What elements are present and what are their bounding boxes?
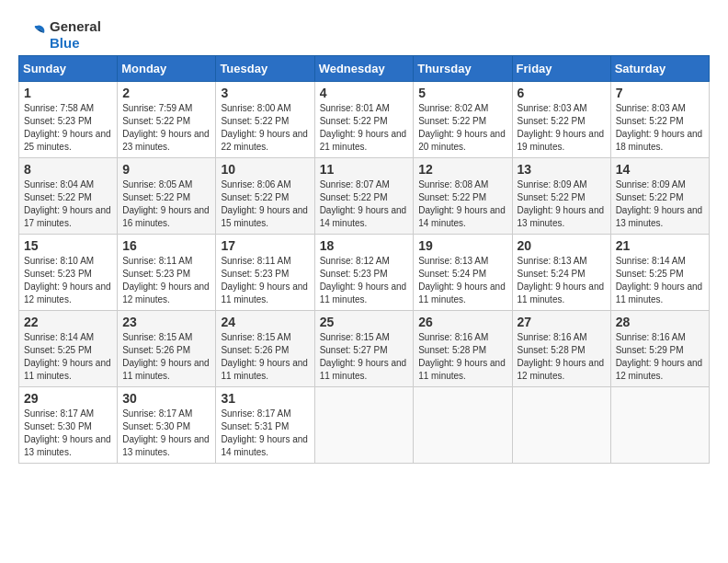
header: General Blue [18, 18, 710, 52]
calendar-cell: 17Sunrise: 8:11 AMSunset: 5:23 PMDayligh… [216, 235, 314, 311]
calendar-cell: 3Sunrise: 8:00 AMSunset: 5:22 PMDaylight… [216, 82, 314, 158]
day-number: 17 [221, 238, 309, 253]
calendar-cell: 12Sunrise: 8:08 AMSunset: 5:22 PMDayligh… [414, 158, 512, 235]
day-info: Sunrise: 8:11 AMSunset: 5:23 PMDaylight:… [122, 255, 210, 306]
day-number: 8 [24, 162, 112, 177]
day-info: Sunrise: 8:04 AMSunset: 5:22 PMDaylight:… [24, 178, 112, 230]
day-info: Sunrise: 8:17 AMSunset: 5:31 PMDaylight:… [221, 408, 309, 459]
header-sunday: Sunday [19, 56, 118, 82]
day-number: 6 [518, 86, 606, 100]
day-info: Sunrise: 8:12 AMSunset: 5:23 PMDaylight:… [320, 255, 409, 306]
calendar-cell: 30Sunrise: 8:17 AMSunset: 5:30 PMDayligh… [118, 387, 216, 464]
day-info: Sunrise: 8:06 AMSunset: 5:22 PMDaylight:… [221, 178, 309, 230]
calendar-cell: 10Sunrise: 8:06 AMSunset: 5:22 PMDayligh… [216, 158, 314, 235]
week-row-2: 15Sunrise: 8:10 AMSunset: 5:23 PMDayligh… [19, 235, 710, 311]
calendar-cell: 5Sunrise: 8:02 AMSunset: 5:22 PMDaylight… [414, 82, 512, 158]
day-info: Sunrise: 8:02 AMSunset: 5:22 PMDaylight:… [418, 102, 506, 154]
calendar-cell [512, 387, 610, 464]
calendar-cell: 9Sunrise: 8:05 AMSunset: 5:22 PMDaylight… [118, 158, 216, 235]
day-number: 27 [518, 315, 606, 329]
calendar-cell: 11Sunrise: 8:07 AMSunset: 5:22 PMDayligh… [314, 158, 414, 235]
calendar-cell: 21Sunrise: 8:14 AMSunset: 5:25 PMDayligh… [610, 235, 709, 311]
calendar-cell [610, 387, 709, 464]
calendar-cell: 29Sunrise: 8:17 AMSunset: 5:30 PMDayligh… [19, 387, 118, 464]
day-number: 23 [122, 315, 210, 329]
header-thursday: Thursday [414, 56, 512, 82]
calendar-cell: 15Sunrise: 8:10 AMSunset: 5:23 PMDayligh… [19, 235, 118, 311]
header-tuesday: Tuesday [216, 56, 314, 82]
day-info: Sunrise: 8:08 AMSunset: 5:22 PMDaylight:… [418, 178, 506, 230]
day-number: 26 [418, 315, 506, 329]
day-info: Sunrise: 8:07 AMSunset: 5:22 PMDaylight:… [320, 178, 409, 230]
calendar-cell: 13Sunrise: 8:09 AMSunset: 5:22 PMDayligh… [512, 158, 610, 235]
calendar-cell: 25Sunrise: 8:15 AMSunset: 5:27 PMDayligh… [314, 311, 414, 387]
day-info: Sunrise: 8:09 AMSunset: 5:22 PMDaylight:… [616, 178, 704, 230]
day-number: 11 [320, 162, 409, 177]
calendar-cell: 14Sunrise: 8:09 AMSunset: 5:22 PMDayligh… [610, 158, 709, 235]
day-info: Sunrise: 8:09 AMSunset: 5:22 PMDaylight:… [518, 178, 606, 230]
header-saturday: Saturday [610, 56, 709, 82]
day-number: 20 [518, 238, 606, 253]
day-number: 25 [320, 315, 409, 329]
calendar-body: 1Sunrise: 7:58 AMSunset: 5:23 PMDaylight… [19, 82, 710, 464]
day-number: 30 [122, 391, 210, 406]
day-info: Sunrise: 8:05 AMSunset: 5:22 PMDaylight:… [122, 178, 210, 230]
day-number: 29 [24, 391, 112, 406]
day-info: Sunrise: 8:16 AMSunset: 5:28 PMDaylight:… [418, 331, 506, 383]
day-info: Sunrise: 8:14 AMSunset: 5:25 PMDaylight:… [616, 255, 704, 306]
day-number: 19 [418, 238, 506, 253]
logo-container: General Blue [18, 18, 101, 52]
day-info: Sunrise: 8:15 AMSunset: 5:26 PMDaylight:… [122, 331, 210, 383]
day-info: Sunrise: 8:17 AMSunset: 5:30 PMDaylight:… [122, 408, 210, 459]
logo: General Blue [18, 18, 101, 52]
calendar: SundayMondayTuesdayWednesdayThursdayFrid… [18, 55, 710, 464]
day-info: Sunrise: 8:17 AMSunset: 5:30 PMDaylight:… [24, 408, 112, 459]
calendar-cell [314, 387, 414, 464]
day-number: 18 [320, 238, 409, 253]
day-info: Sunrise: 8:13 AMSunset: 5:24 PMDaylight:… [518, 255, 606, 306]
day-number: 5 [418, 86, 506, 100]
calendar-cell: 22Sunrise: 8:14 AMSunset: 5:25 PMDayligh… [19, 311, 118, 387]
header-friday: Friday [512, 56, 610, 82]
day-number: 3 [221, 86, 309, 100]
calendar-cell: 20Sunrise: 8:13 AMSunset: 5:24 PMDayligh… [512, 235, 610, 311]
day-number: 14 [616, 162, 704, 177]
day-number: 28 [616, 315, 704, 329]
day-info: Sunrise: 8:15 AMSunset: 5:26 PMDaylight:… [221, 331, 309, 383]
day-number: 16 [122, 238, 210, 253]
day-info: Sunrise: 8:15 AMSunset: 5:27 PMDaylight:… [320, 331, 409, 383]
day-info: Sunrise: 8:13 AMSunset: 5:24 PMDaylight:… [418, 255, 506, 306]
day-info: Sunrise: 8:16 AMSunset: 5:29 PMDaylight:… [616, 331, 704, 383]
calendar-cell: 6Sunrise: 8:03 AMSunset: 5:22 PMDaylight… [512, 82, 610, 158]
week-row-0: 1Sunrise: 7:58 AMSunset: 5:23 PMDaylight… [19, 82, 710, 158]
day-number: 22 [24, 315, 112, 329]
week-row-4: 29Sunrise: 8:17 AMSunset: 5:30 PMDayligh… [19, 387, 710, 464]
week-row-1: 8Sunrise: 8:04 AMSunset: 5:22 PMDaylight… [19, 158, 710, 235]
day-info: Sunrise: 8:03 AMSunset: 5:22 PMDaylight:… [616, 102, 704, 154]
day-info: Sunrise: 8:00 AMSunset: 5:22 PMDaylight:… [221, 102, 309, 154]
logo-general: General [50, 18, 101, 35]
calendar-cell: 26Sunrise: 8:16 AMSunset: 5:28 PMDayligh… [414, 311, 512, 387]
calendar-cell: 24Sunrise: 8:15 AMSunset: 5:26 PMDayligh… [216, 311, 314, 387]
day-number: 13 [518, 162, 606, 177]
calendar-cell: 1Sunrise: 7:58 AMSunset: 5:23 PMDaylight… [19, 82, 118, 158]
day-number: 1 [24, 86, 112, 100]
day-number: 7 [616, 86, 704, 100]
logo-bird-icon [18, 20, 48, 50]
calendar-cell: 7Sunrise: 8:03 AMSunset: 5:22 PMDaylight… [610, 82, 709, 158]
calendar-cell: 8Sunrise: 8:04 AMSunset: 5:22 PMDaylight… [19, 158, 118, 235]
day-info: Sunrise: 8:16 AMSunset: 5:28 PMDaylight:… [518, 331, 606, 383]
calendar-cell: 2Sunrise: 7:59 AMSunset: 5:22 PMDaylight… [118, 82, 216, 158]
calendar-cell [414, 387, 512, 464]
logo-blue: Blue [50, 35, 101, 52]
day-number: 21 [616, 238, 704, 253]
calendar-cell: 16Sunrise: 8:11 AMSunset: 5:23 PMDayligh… [118, 235, 216, 311]
day-number: 2 [122, 86, 210, 100]
day-info: Sunrise: 8:03 AMSunset: 5:22 PMDaylight:… [518, 102, 606, 154]
day-info: Sunrise: 8:14 AMSunset: 5:25 PMDaylight:… [24, 331, 112, 383]
day-info: Sunrise: 8:10 AMSunset: 5:23 PMDaylight:… [24, 255, 112, 306]
day-info: Sunrise: 8:11 AMSunset: 5:23 PMDaylight:… [221, 255, 309, 306]
day-number: 12 [418, 162, 506, 177]
header-wednesday: Wednesday [314, 56, 414, 82]
day-number: 4 [320, 86, 409, 100]
